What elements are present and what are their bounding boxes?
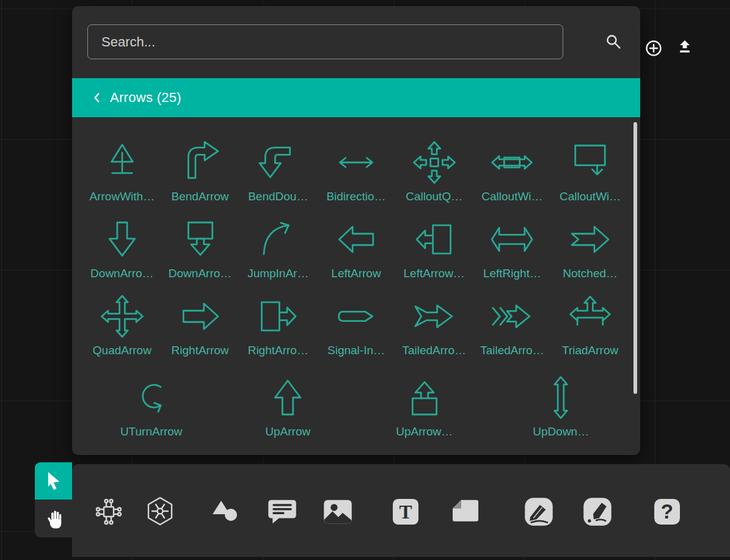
pan-tool-button[interactable] bbox=[35, 500, 72, 537]
arrow-with-base-icon bbox=[96, 140, 148, 185]
network-diagram-tool-button[interactable] bbox=[92, 495, 126, 529]
shape-item[interactable]: UpDown… bbox=[493, 365, 630, 438]
marker-tool-button[interactable] bbox=[580, 495, 615, 529]
text-tool-glyph: T bbox=[399, 501, 412, 523]
shape-label: QuadArrow bbox=[93, 344, 151, 357]
callout-with-down-arrow-icon bbox=[564, 140, 616, 185]
left-right-arrow-icon bbox=[486, 217, 538, 262]
shape-item[interactable]: BendDou… bbox=[239, 130, 317, 203]
shape-label: TailedArro… bbox=[480, 344, 544, 357]
tailed-arrow-double-icon bbox=[486, 294, 538, 339]
search-icon[interactable] bbox=[605, 33, 622, 50]
shape-label: CalloutWi… bbox=[481, 190, 542, 203]
shape-item[interactable]: LeftRight… bbox=[473, 207, 552, 280]
shape-grid: ArrowWith… BendArrow BendDou… Bidirectio… bbox=[83, 130, 629, 357]
shape-label: UpArrow bbox=[265, 425, 310, 438]
add-shape-icon[interactable] bbox=[644, 39, 663, 57]
shape-item[interactable]: UpArrow bbox=[220, 365, 357, 438]
shape-label: Bidirectio… bbox=[326, 190, 385, 203]
shape-item[interactable]: UpArrow… bbox=[356, 365, 493, 438]
pen-tool-button[interactable] bbox=[522, 495, 556, 529]
help-glyph: ? bbox=[661, 500, 673, 523]
kubernetes-tool-button[interactable] bbox=[143, 495, 177, 529]
bend-arrow-double-icon bbox=[252, 140, 304, 185]
bidirectional-arrow-icon bbox=[330, 140, 382, 185]
shape-label: UTurnArrow bbox=[120, 425, 183, 438]
shape-label: CalloutQ… bbox=[406, 190, 462, 203]
shape-item[interactable]: Signal-In… bbox=[317, 284, 395, 357]
shape-item[interactable]: CalloutWi… bbox=[473, 130, 552, 203]
shape-label: DownArro… bbox=[169, 267, 232, 280]
shape-item[interactable]: RightArrow bbox=[161, 284, 239, 357]
shape-item[interactable]: Bidirectio… bbox=[317, 130, 395, 203]
right-arrow-icon bbox=[174, 294, 227, 339]
comment-icon bbox=[265, 495, 299, 529]
shape-item[interactable]: DownArro… bbox=[83, 207, 161, 280]
category-title: Arrows (25) bbox=[110, 90, 181, 106]
shape-label: ArrowWith… bbox=[90, 190, 155, 203]
shape-label: LeftArrow… bbox=[404, 267, 465, 280]
shape-item[interactable]: LeftArrow bbox=[317, 207, 395, 280]
shape-label: BendArrow bbox=[172, 190, 229, 203]
up-down-arrow-icon bbox=[535, 375, 587, 420]
shape-item[interactable]: TailedArro… bbox=[395, 284, 473, 357]
shape-item[interactable]: LeftArrow… bbox=[395, 207, 473, 280]
shape-item[interactable]: Notched… bbox=[551, 207, 629, 280]
shape-label: JumpInAr… bbox=[247, 267, 308, 280]
text-tool-button[interactable]: T bbox=[389, 495, 423, 529]
shape-item[interactable]: BendArrow bbox=[161, 130, 239, 203]
note-tool-button[interactable] bbox=[448, 495, 483, 529]
shape-label: LeftArrow bbox=[331, 267, 381, 280]
shapes-icon bbox=[209, 495, 243, 529]
shape-label: TailedArro… bbox=[402, 344, 466, 357]
shape-item[interactable]: TailedArro… bbox=[473, 284, 552, 357]
shape-item[interactable]: DownArro… bbox=[161, 207, 239, 280]
shape-library-panel: Arrows (25) ArrowWith… BendArrow BendDou… bbox=[72, 6, 640, 455]
shape-label: Signal-In… bbox=[327, 344, 385, 357]
shape-item[interactable]: RightArro… bbox=[239, 284, 317, 357]
help-button[interactable]: ? bbox=[650, 495, 684, 529]
panel-scrollbar[interactable] bbox=[633, 122, 637, 394]
shapes-tool-button[interactable] bbox=[209, 495, 243, 529]
image-tool-button[interactable] bbox=[321, 495, 355, 529]
shape-item[interactable]: ArrowWith… bbox=[83, 130, 161, 203]
callout-quad-arrow-icon bbox=[408, 140, 461, 185]
note-icon bbox=[448, 495, 483, 529]
upload-icon[interactable] bbox=[676, 40, 693, 56]
text-tool-icon: T bbox=[389, 495, 423, 529]
search-input[interactable] bbox=[87, 24, 563, 59]
shape-item[interactable]: JumpInAr… bbox=[239, 207, 317, 280]
shape-item[interactable]: UTurnArrow bbox=[83, 365, 220, 438]
shape-item[interactable]: CalloutWi… bbox=[551, 130, 629, 203]
shape-label: RightArrow bbox=[172, 344, 229, 357]
help-icon: ? bbox=[650, 495, 684, 529]
bottom-toolbar: T ? bbox=[72, 464, 730, 557]
up-arrow-callout-icon bbox=[398, 375, 451, 420]
shape-item[interactable]: TriadArrow bbox=[551, 284, 629, 357]
library-category-header[interactable]: Arrows (25) bbox=[72, 78, 640, 117]
shape-label: TriadArrow bbox=[562, 344, 618, 357]
right-arrow-callout-icon bbox=[252, 294, 304, 339]
shape-item[interactable]: QuadArrow bbox=[83, 284, 161, 357]
signal-in-icon bbox=[330, 294, 382, 339]
shape-grid-last-row: UTurnArrow UpArrow UpArrow… UpDown… bbox=[83, 365, 629, 438]
kubernetes-icon bbox=[143, 495, 177, 529]
shape-label: LeftRight… bbox=[483, 267, 541, 280]
hand-icon bbox=[42, 507, 65, 530]
network-diagram-icon bbox=[92, 495, 126, 529]
comment-tool-button[interactable] bbox=[265, 495, 299, 529]
shape-label: CalloutWi… bbox=[560, 190, 621, 203]
triad-arrow-icon bbox=[564, 294, 616, 339]
down-arrow-callout-icon bbox=[174, 217, 227, 262]
notched-right-arrow-icon bbox=[564, 217, 616, 262]
select-tool-button[interactable] bbox=[35, 462, 72, 500]
cursor-icon bbox=[42, 469, 66, 493]
shape-item[interactable]: CalloutQ… bbox=[395, 130, 473, 203]
shape-label: RightArro… bbox=[248, 344, 308, 357]
shape-label: UpArrow… bbox=[396, 425, 453, 438]
down-arrow-icon bbox=[96, 217, 148, 262]
canvas-background[interactable]: { "colors": { "accent": "#00b4a2", "shap… bbox=[0, 0, 730, 560]
shape-label: BendDou… bbox=[248, 190, 308, 203]
uturn-arrow-icon bbox=[125, 375, 178, 420]
back-chevron-icon[interactable] bbox=[92, 91, 101, 104]
